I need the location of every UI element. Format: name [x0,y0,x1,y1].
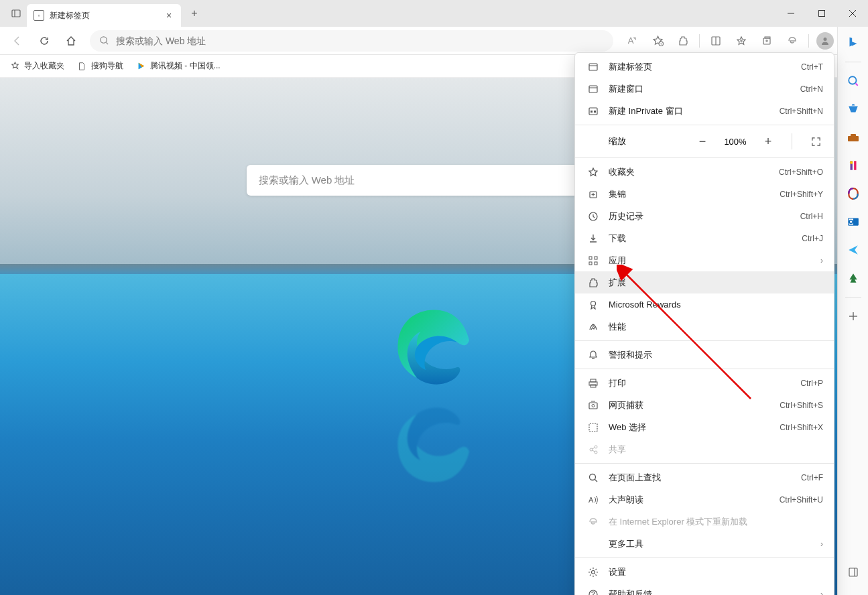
avatar-icon [816,32,834,50]
svg-point-68 [592,570,595,574]
menu-label: 新建标签页 [609,61,792,73]
menu-item-大声朗读[interactable]: A 大声朗读 Ctrl+Shift+U [575,488,834,511]
menu-item-警报和提示[interactable]: 警报和提示 [575,344,834,366]
menu-label: Microsoft Rewards [609,300,823,310]
tab-close-button[interactable]: × [164,10,174,21]
menu-shortcut: Ctrl+F [801,473,823,482]
svg-rect-27 [851,134,856,137]
menu-label: Web 选择 [609,421,770,434]
tab-actions-button[interactable] [5,3,27,24]
sidebar-divider [845,297,861,298]
svg-rect-50 [595,257,597,259]
sidebar-shopping-icon[interactable] [844,100,863,119]
menu-item-新建-InPrivate-窗口[interactable]: 新建 InPrivate 窗口 Ctrl+Shift+N [575,100,834,122]
svg-point-60 [590,448,593,451]
home-button[interactable] [59,30,83,52]
read-aloud-toolbar-button[interactable]: A٩ [620,30,644,52]
minimize-button[interactable] [776,0,806,27]
tab-title: 新建标签页 [50,10,158,21]
menu-item-新建窗口[interactable]: 新建窗口 Ctrl+N [575,78,834,100]
menu-item-收藏夹[interactable]: 收藏夹 Ctrl+Shift+O [575,161,834,183]
menu-label: 大声朗读 [609,494,770,506]
edge-logo-reflection [391,399,478,486]
menu-label: 共享 [609,444,823,456]
menu-shortcut: Ctrl+T [801,62,823,72]
menu-item-集锦[interactable]: 集锦 Ctrl+Shift+Y [575,183,834,205]
menu-label: 更多工具 [609,538,811,550]
menu-item-网页捕获[interactable]: 网页捕获 Ctrl+Shift+S [575,394,834,416]
split-screen-button[interactable] [704,30,728,52]
new-tab-button[interactable]: + [185,4,204,23]
menu-shortcut: Ctrl+Shift+O [779,168,823,177]
sidebar-tools-icon[interactable] [844,128,863,147]
sidebar-bing-icon[interactable] [844,34,863,52]
sidebar-m365-icon[interactable] [844,184,863,203]
svg-rect-52 [595,262,597,265]
back-button[interactable] [5,30,29,52]
menu-item-下载[interactable]: 下载 Ctrl+J [575,227,834,249]
bookmark-sogou[interactable]: 搜狗导航 [76,60,123,72]
menu-item-打印[interactable]: 打印 Ctrl+P [575,372,834,394]
favorites-button[interactable]: + [645,30,670,52]
address-bar[interactable] [90,30,613,52]
refresh-button[interactable] [32,30,56,52]
menu-item-设置[interactable]: 设置 [575,561,834,583]
profile-button[interactable] [813,30,837,52]
capture-icon [587,399,599,411]
sidebar-add-icon[interactable] [844,307,863,326]
svg-rect-49 [589,257,592,259]
sidebar-send-icon[interactable] [844,241,863,259]
inprivate-icon [587,105,599,117]
sidebar-search-icon[interactable] [844,72,863,90]
menu-label: 性能 [609,321,823,333]
menu-item-Web-选择[interactable]: Web 选择 Ctrl+Shift+X [575,416,834,438]
sidebar-panel-toggle[interactable] [844,563,863,582]
menu-item-在页面上查找[interactable]: 在页面上查找 Ctrl+F [575,466,834,488]
close-window-button[interactable] [837,0,868,27]
sidebar-tree-icon[interactable] [844,269,863,287]
svg-rect-26 [848,136,859,141]
sidebar-outlook-icon[interactable] [844,212,863,231]
menu-label: 应用 [609,255,811,267]
apps-icon [587,255,599,267]
menu-label: 设置 [609,566,823,578]
menu-item-性能[interactable]: 性能 [575,316,834,338]
moretools-icon [587,538,599,550]
menu-item-历史记录[interactable]: 历史记录 Ctrl+H [575,205,834,227]
ntp-search-box[interactable]: 搜索或输入 Web 地址 [247,165,622,196]
menu-item-Microsoft-Rewards[interactable]: Microsoft Rewards [575,293,834,316]
menu-item-新建标签页[interactable]: 新建标签页 Ctrl+T [575,56,834,78]
print-icon [587,377,599,389]
fullscreen-button[interactable] [808,134,823,149]
menu-item-扩展[interactable]: 扩展 [575,271,834,293]
maximize-button[interactable] [806,0,837,27]
menu-shortcut: Ctrl+J [802,234,823,243]
collections-button[interactable] [755,30,779,52]
newtab-icon [587,61,599,73]
bookmark-import-favorites[interactable]: 导入收藏夹 [9,60,64,72]
menu-separator [575,157,834,158]
zoom-in-button[interactable]: + [761,134,776,149]
bell-icon [587,349,599,361]
favorites-star-button[interactable] [729,30,753,52]
edge-logo [391,306,478,393]
menu-separator [575,463,834,464]
ie-mode-button[interactable] [780,30,804,52]
menu-item-更多工具[interactable]: 更多工具 › [575,533,834,555]
svg-rect-15 [765,37,770,38]
svg-point-6 [101,37,107,43]
address-input[interactable] [116,36,604,46]
svg-rect-54 [591,379,596,382]
svg-point-24 [849,76,856,84]
svg-point-18 [824,38,827,41]
menu-label: 网页捕获 [609,399,770,411]
zoom-out-button[interactable]: − [695,134,710,149]
extensions-toolbar-button[interactable] [671,30,695,52]
sidebar-games-icon[interactable] [844,156,863,175]
collections-icon [587,188,599,200]
browser-tab[interactable]: ▫ 新建标签页 × [27,4,181,27]
svg-rect-38 [589,64,597,70]
menu-item-应用[interactable]: 应用 › [575,249,834,271]
bookmark-tencent-video[interactable]: 腾讯视频 - 中国领... [135,60,221,72]
menu-item-帮助和反馈[interactable]: 帮助和反馈 › [575,583,834,595]
